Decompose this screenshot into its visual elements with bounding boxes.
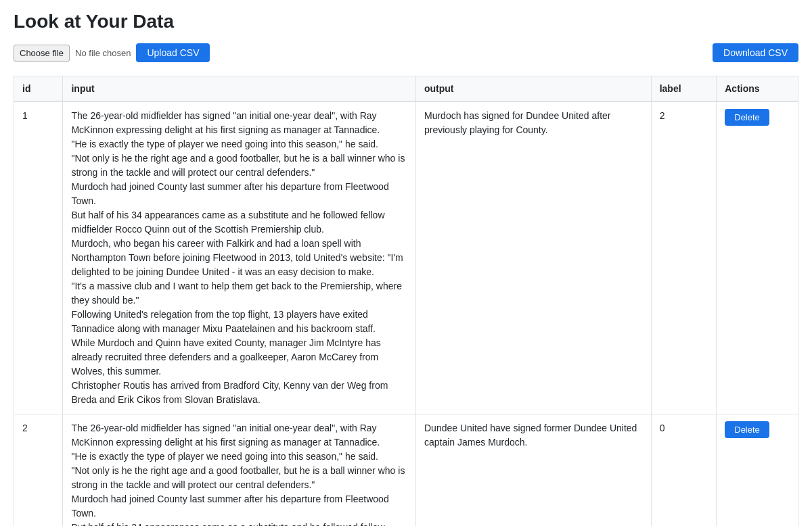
toolbar: Choose file No file chosen Upload CSV Do…: [14, 43, 798, 62]
cell-label: 0: [651, 414, 717, 527]
delete-button[interactable]: Delete: [725, 109, 769, 126]
table-row: 2The 26-year-old midfielder has signed "…: [14, 414, 798, 527]
download-csv-button[interactable]: Download CSV: [713, 43, 798, 62]
choose-file-button[interactable]: Choose file: [14, 45, 70, 62]
table-row: 1The 26-year-old midfielder has signed "…: [14, 101, 798, 414]
upload-csv-button[interactable]: Upload CSV: [136, 43, 210, 62]
cell-output: Dundee United have signed former Dundee …: [415, 414, 651, 527]
cell-actions: Delete: [717, 414, 798, 527]
table-body: 1The 26-year-old midfielder has signed "…: [14, 101, 798, 526]
cell-input: The 26-year-old midfielder has signed "a…: [63, 101, 416, 414]
cell-id: 2: [14, 414, 63, 527]
data-table: id input output label Actions 1The 26-ye…: [14, 76, 798, 526]
table-header-row: id input output label Actions: [14, 76, 798, 102]
toolbar-right: Download CSV: [713, 43, 798, 62]
column-header-label: label: [651, 76, 717, 102]
cell-actions: Delete: [717, 101, 798, 414]
cell-id: 1: [14, 101, 63, 414]
column-header-input: input: [63, 76, 416, 102]
cell-input: The 26-year-old midfielder has signed "a…: [63, 414, 416, 527]
table-header: id input output label Actions: [14, 76, 798, 102]
delete-button[interactable]: Delete: [725, 421, 769, 438]
cell-output: Murdoch has signed for Dundee United aft…: [415, 101, 651, 414]
column-header-actions: Actions: [717, 76, 798, 102]
column-header-output: output: [415, 76, 651, 102]
no-file-text: No file chosen: [75, 48, 131, 58]
column-header-id: id: [14, 76, 63, 102]
page-title: Look at Your Data: [14, 11, 798, 32]
cell-label: 2: [651, 101, 717, 414]
toolbar-left: Choose file No file chosen Upload CSV: [14, 43, 210, 62]
